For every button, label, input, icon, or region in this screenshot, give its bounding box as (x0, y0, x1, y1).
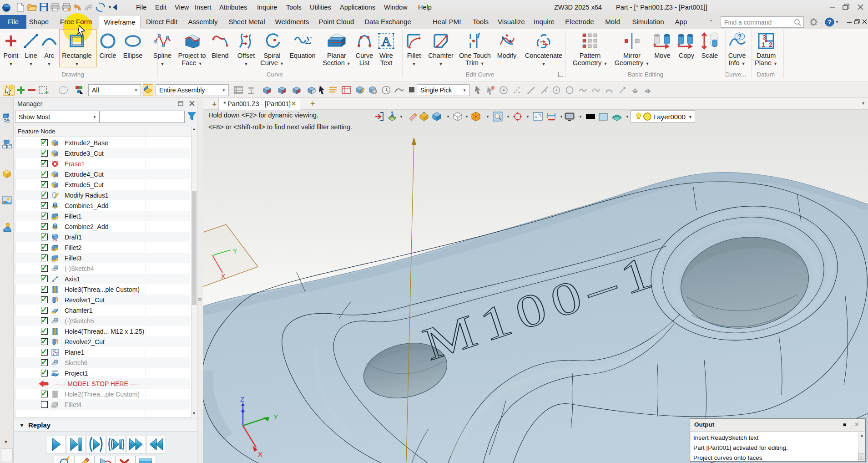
svg-text:?: ? (828, 19, 832, 25)
svg-text:3: 3 (762, 34, 766, 41)
svg-text:2: 2 (56, 352, 58, 356)
svg-text:X: X (258, 450, 262, 458)
svg-text:Σ: Σ (305, 34, 312, 46)
svg-text:1: 1 (762, 41, 765, 48)
svg-text:Z: Z (240, 395, 244, 403)
svg-text:1: 1 (53, 352, 55, 356)
svg-text:X: X (221, 273, 226, 280)
svg-text:A: A (381, 34, 391, 49)
svg-text:Y: Y (233, 248, 237, 255)
svg-text:2: 2 (769, 41, 772, 48)
svg-text:?: ? (738, 33, 742, 40)
svg-text:Y: Y (273, 413, 278, 421)
svg-text:3: 3 (53, 349, 55, 352)
